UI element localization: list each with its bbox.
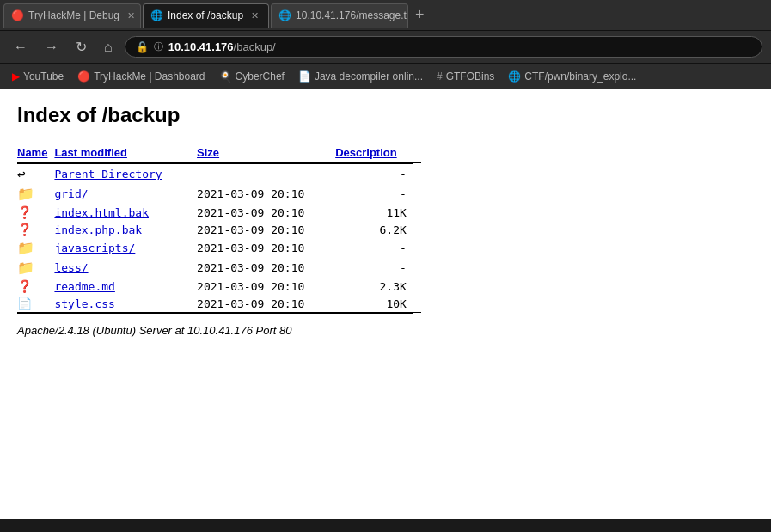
row-name-cell[interactable]: Parent Directory — [54, 164, 197, 184]
row-size-cell: - — [335, 184, 413, 204]
row-size-cell: 11K — [335, 204, 413, 221]
file-link[interactable]: grid/ — [54, 187, 88, 200]
row-icon-cell: 📁 — [17, 184, 54, 204]
file-link[interactable]: readme.md — [54, 280, 114, 293]
row-description-cell — [413, 238, 421, 258]
table-row: ❓readme.md2021-03-09 20:102.3K — [17, 278, 421, 295]
col-header-name[interactable]: Name — [17, 144, 54, 163]
tab-message[interactable]: 🌐 10.10.41.176/message.txt ✕ — [271, 3, 408, 28]
row-description-cell — [413, 204, 421, 221]
forward-button[interactable]: → — [40, 36, 64, 58]
url-path: /backup/ — [234, 40, 276, 53]
file-link[interactable]: index.php.bak — [54, 223, 142, 236]
ctf-icon: 🌐 — [508, 70, 521, 83]
row-size-cell: 6.2K — [335, 221, 413, 238]
cyberchef-icon: 🍳 — [219, 70, 232, 83]
row-description-cell — [413, 295, 421, 313]
row-size-cell: - — [335, 164, 413, 184]
new-tab-button[interactable]: + — [410, 6, 430, 24]
folder-icon: 📁 — [17, 240, 34, 256]
bookmark-cyberchef-label: CyberChef — [236, 70, 285, 83]
server-info: Apache/2.4.18 (Ubuntu) Server at 10.10.4… — [17, 324, 754, 337]
row-size-cell: - — [335, 258, 413, 278]
parent-dir-icon: ↩ — [17, 166, 26, 182]
home-button[interactable]: ⌂ — [99, 36, 118, 58]
row-size-cell: 2.3K — [335, 278, 413, 295]
row-name-cell[interactable]: javascripts/ — [54, 238, 197, 258]
sort-by-modified[interactable]: Last modified — [54, 146, 127, 159]
table-header-row: Name Last modified Size Description — [17, 144, 421, 163]
row-size-cell: 10K — [335, 295, 413, 313]
row-name-cell[interactable]: readme.md — [54, 278, 197, 295]
table-row: 📁javascripts/2021-03-09 20:10- — [17, 238, 421, 258]
tab-close-tryhackme[interactable]: ✕ — [125, 9, 138, 22]
sort-by-size[interactable]: Size — [197, 146, 219, 159]
file-link[interactable]: index.html.bak — [54, 206, 149, 219]
bottom-rule — [17, 313, 413, 314]
col-header-description[interactable]: Description — [335, 144, 413, 163]
row-description-cell — [413, 164, 421, 184]
tab-label-tryhackme: TryHackMe | Debug — [28, 9, 119, 21]
row-name-cell[interactable]: style.css — [54, 295, 197, 313]
css-file-icon: 📄 — [17, 297, 32, 310]
sort-by-description[interactable]: Description — [335, 146, 397, 159]
row-icon-cell: ❓ — [17, 204, 54, 221]
bookmarks-bar: ▶ YouTube 🔴 TryHackMe | Dashboard 🍳 Cybe… — [0, 64, 771, 89]
file-link[interactable]: less/ — [54, 261, 88, 274]
footer-separator — [17, 313, 421, 315]
tryhackme-icon: 🔴 — [77, 70, 90, 83]
col-header-modified[interactable]: Last modified — [54, 144, 197, 163]
table-row: 📁less/2021-03-09 20:10- — [17, 258, 421, 278]
row-size-cell: - — [335, 238, 413, 258]
row-modified-cell: 2021-03-09 20:10 — [197, 295, 335, 313]
gtfo-icon: # — [437, 70, 443, 83]
row-icon-cell: ↩ — [17, 164, 54, 184]
row-modified-cell: 2021-03-09 20:10 — [197, 184, 335, 204]
address-bar: ← → ↻ ⌂ 🔓 ⓘ 10.10.41.176/backup/ — [0, 31, 771, 64]
youtube-icon: ▶ — [12, 70, 20, 83]
row-description-cell — [413, 278, 421, 295]
bookmark-java-label: Java decompiler onlin... — [315, 70, 423, 83]
security-icon: 🔓 — [136, 41, 149, 53]
directory-table: Name Last modified Size Description ↩Par… — [17, 144, 421, 314]
sort-by-name[interactable]: Name — [17, 146, 47, 159]
bookmark-ctf-label: CTF/pwn/binary_explo... — [524, 70, 636, 83]
file-link[interactable]: style.css — [54, 297, 114, 310]
bookmark-gtfo[interactable]: # GTFOBins — [431, 69, 499, 84]
file-link[interactable]: Parent Directory — [54, 168, 162, 180]
file-link[interactable]: javascripts/ — [54, 242, 135, 254]
row-name-cell[interactable]: less/ — [54, 258, 197, 278]
table-row: 📄style.css2021-03-09 20:1010K — [17, 295, 421, 313]
bookmark-youtube-label: YouTube — [23, 70, 64, 83]
row-name-cell[interactable]: index.html.bak — [54, 204, 197, 221]
bookmark-ctf[interactable]: 🌐 CTF/pwn/binary_explo... — [503, 69, 641, 84]
directory-rows: ↩Parent Directory-📁grid/2021-03-09 20:10… — [17, 164, 421, 313]
row-modified-cell: 2021-03-09 20:10 — [197, 278, 335, 295]
bookmark-cyberchef[interactable]: 🍳 CyberChef — [214, 69, 290, 84]
back-button[interactable]: ← — [9, 36, 33, 58]
row-description-cell — [413, 221, 421, 238]
bookmark-youtube[interactable]: ▶ YouTube — [7, 69, 69, 84]
folder-icon: 📁 — [17, 260, 34, 276]
row-modified-cell: 2021-03-09 20:10 — [197, 238, 335, 258]
row-modified-cell — [197, 164, 335, 184]
bookmark-tryhackme[interactable]: 🔴 TryHackMe | Dashboard — [72, 69, 210, 84]
unknown-file-icon: ❓ — [17, 223, 32, 236]
tab-index-backup[interactable]: 🌐 Index of /backup ✕ — [143, 3, 269, 28]
row-modified-cell: 2021-03-09 20:10 — [197, 221, 335, 238]
row-name-cell[interactable]: grid/ — [54, 184, 197, 204]
tab-close-index[interactable]: ✕ — [248, 9, 261, 22]
row-icon-cell: 📁 — [17, 238, 54, 258]
row-name-cell[interactable]: index.php.bak — [54, 221, 197, 238]
reload-button[interactable]: ↻ — [70, 35, 92, 58]
bookmark-java[interactable]: 📄 Java decompiler onlin... — [293, 69, 428, 84]
table-row: ❓index.html.bak2021-03-09 20:1011K — [17, 204, 421, 221]
url-bar[interactable]: 🔓 ⓘ 10.10.41.176/backup/ — [125, 36, 762, 58]
table-row: 📁grid/2021-03-09 20:10- — [17, 184, 421, 204]
tab-tryhackme[interactable]: 🔴 TryHackMe | Debug ✕ — [3, 3, 141, 28]
col-header-size[interactable]: Size — [197, 144, 335, 163]
tab-bar: 🔴 TryHackMe | Debug ✕ 🌐 Index of /backup… — [0, 0, 771, 31]
row-description-cell — [413, 258, 421, 278]
table-row: ↩Parent Directory- — [17, 164, 421, 184]
row-icon-cell: 📁 — [17, 258, 54, 278]
